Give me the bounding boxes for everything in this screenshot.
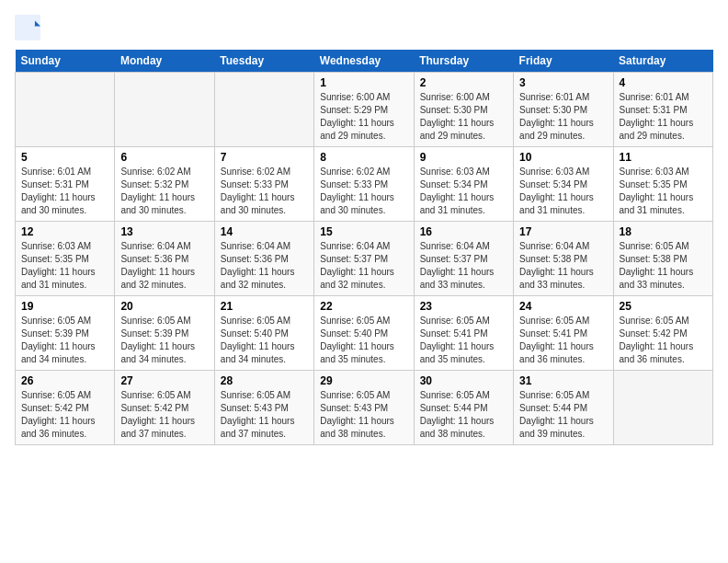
day-info: Sunrise: 6:03 AM Sunset: 5:34 PM Dayligh… xyxy=(420,166,507,217)
day-info: Sunrise: 6:05 AM Sunset: 5:38 PM Dayligh… xyxy=(620,240,707,292)
calendar-week-row: 26Sunrise: 6:05 AM Sunset: 5:42 PM Dayli… xyxy=(16,371,713,445)
day-of-week-header: Friday xyxy=(514,50,613,73)
day-number: 23 xyxy=(420,300,507,313)
day-number: 7 xyxy=(221,151,308,164)
day-number: 29 xyxy=(320,374,407,387)
day-number: 31 xyxy=(519,374,607,387)
day-info: Sunrise: 6:05 AM Sunset: 5:40 PM Dayligh… xyxy=(320,315,407,366)
day-info: Sunrise: 6:05 AM Sunset: 5:43 PM Dayligh… xyxy=(221,389,308,441)
day-info: Sunrise: 6:04 AM Sunset: 5:36 PM Dayligh… xyxy=(120,240,208,292)
day-info: Sunrise: 6:05 AM Sunset: 5:42 PM Dayligh… xyxy=(120,389,208,441)
day-number: 20 xyxy=(120,300,208,313)
day-number: 12 xyxy=(21,225,108,238)
day-info: Sunrise: 6:01 AM Sunset: 5:30 PM Dayligh… xyxy=(519,91,607,143)
day-info: Sunrise: 6:04 AM Sunset: 5:36 PM Dayligh… xyxy=(221,240,308,292)
day-number: 17 xyxy=(519,225,607,238)
day-number: 22 xyxy=(320,300,407,313)
calendar-day-cell: 24Sunrise: 6:05 AM Sunset: 5:41 PM Dayli… xyxy=(514,296,613,371)
calendar-day-cell: 18Sunrise: 6:05 AM Sunset: 5:38 PM Dayli… xyxy=(613,222,712,296)
day-info: Sunrise: 6:00 AM Sunset: 5:30 PM Dayligh… xyxy=(420,91,507,143)
day-number: 6 xyxy=(120,151,208,164)
calendar-day-cell xyxy=(613,371,712,445)
day-number: 14 xyxy=(221,225,308,238)
day-info: Sunrise: 6:05 AM Sunset: 5:41 PM Dayligh… xyxy=(420,315,507,366)
day-number: 28 xyxy=(221,374,308,387)
day-info: Sunrise: 6:05 AM Sunset: 5:43 PM Dayligh… xyxy=(320,389,407,441)
calendar-day-cell: 29Sunrise: 6:05 AM Sunset: 5:43 PM Dayli… xyxy=(314,371,414,445)
calendar-day-cell: 14Sunrise: 6:04 AM Sunset: 5:36 PM Dayli… xyxy=(214,222,313,296)
day-of-week-header: Sunday xyxy=(16,50,115,73)
day-number: 25 xyxy=(620,300,707,313)
day-of-week-header: Monday xyxy=(115,50,214,73)
calendar-week-row: 1Sunrise: 6:00 AM Sunset: 5:29 PM Daylig… xyxy=(16,73,713,147)
calendar-day-cell: 31Sunrise: 6:05 AM Sunset: 5:44 PM Dayli… xyxy=(514,371,613,445)
calendar-day-cell: 15Sunrise: 6:04 AM Sunset: 5:37 PM Dayli… xyxy=(314,222,414,296)
day-info: Sunrise: 6:05 AM Sunset: 5:40 PM Dayligh… xyxy=(221,315,308,366)
calendar-day-cell: 3Sunrise: 6:01 AM Sunset: 5:30 PM Daylig… xyxy=(514,73,613,147)
calendar-day-cell: 2Sunrise: 6:00 AM Sunset: 5:30 PM Daylig… xyxy=(414,73,513,147)
day-number: 4 xyxy=(620,76,707,89)
day-number: 21 xyxy=(221,300,308,313)
calendar-day-cell: 11Sunrise: 6:03 AM Sunset: 5:35 PM Dayli… xyxy=(613,147,712,222)
day-number: 18 xyxy=(620,225,707,238)
day-number: 9 xyxy=(420,151,507,164)
day-number: 19 xyxy=(21,300,108,313)
day-info: Sunrise: 6:02 AM Sunset: 5:33 PM Dayligh… xyxy=(320,166,407,217)
calendar-day-cell: 28Sunrise: 6:05 AM Sunset: 5:43 PM Dayli… xyxy=(214,371,313,445)
day-info: Sunrise: 6:05 AM Sunset: 5:44 PM Dayligh… xyxy=(519,389,607,441)
calendar-day-cell: 1Sunrise: 6:00 AM Sunset: 5:29 PM Daylig… xyxy=(314,73,414,147)
day-info: Sunrise: 6:01 AM Sunset: 5:31 PM Dayligh… xyxy=(21,166,108,217)
calendar-day-cell xyxy=(16,73,115,147)
day-number: 8 xyxy=(320,151,407,164)
day-info: Sunrise: 6:05 AM Sunset: 5:39 PM Dayligh… xyxy=(21,315,108,366)
day-info: Sunrise: 6:05 AM Sunset: 5:44 PM Dayligh… xyxy=(420,389,507,441)
day-number: 11 xyxy=(620,151,707,164)
calendar-header: SundayMondayTuesdayWednesdayThursdayFrid… xyxy=(16,50,713,73)
calendar-day-cell xyxy=(214,73,313,147)
calendar-day-cell: 22Sunrise: 6:05 AM Sunset: 5:40 PM Dayli… xyxy=(314,296,414,371)
day-info: Sunrise: 6:01 AM Sunset: 5:31 PM Dayligh… xyxy=(620,91,707,143)
day-number: 13 xyxy=(120,225,208,238)
day-info: Sunrise: 6:04 AM Sunset: 5:37 PM Dayligh… xyxy=(420,240,507,292)
calendar-day-cell: 4Sunrise: 6:01 AM Sunset: 5:31 PM Daylig… xyxy=(613,73,712,147)
calendar-table: SundayMondayTuesdayWednesdayThursdayFrid… xyxy=(15,50,713,445)
day-info: Sunrise: 6:02 AM Sunset: 5:33 PM Dayligh… xyxy=(221,166,308,217)
day-number: 24 xyxy=(519,300,607,313)
logo-icon xyxy=(15,15,40,40)
day-number: 16 xyxy=(420,225,507,238)
calendar-day-cell: 9Sunrise: 6:03 AM Sunset: 5:34 PM Daylig… xyxy=(414,147,513,222)
day-info: Sunrise: 6:05 AM Sunset: 5:42 PM Dayligh… xyxy=(21,389,108,441)
day-number: 27 xyxy=(120,374,208,387)
calendar-day-cell xyxy=(115,73,214,147)
calendar-day-cell: 27Sunrise: 6:05 AM Sunset: 5:42 PM Dayli… xyxy=(115,371,214,445)
day-number: 30 xyxy=(420,374,507,387)
day-info: Sunrise: 6:03 AM Sunset: 5:35 PM Dayligh… xyxy=(620,166,707,217)
logo xyxy=(15,15,44,40)
day-info: Sunrise: 6:02 AM Sunset: 5:32 PM Dayligh… xyxy=(120,166,208,217)
calendar-day-cell: 6Sunrise: 6:02 AM Sunset: 5:32 PM Daylig… xyxy=(115,147,214,222)
day-number: 2 xyxy=(420,76,507,89)
day-number: 26 xyxy=(21,374,108,387)
day-info: Sunrise: 6:03 AM Sunset: 5:34 PM Dayligh… xyxy=(519,166,607,217)
calendar-day-cell: 30Sunrise: 6:05 AM Sunset: 5:44 PM Dayli… xyxy=(414,371,513,445)
day-number: 15 xyxy=(320,225,407,238)
day-number: 1 xyxy=(320,76,407,89)
days-of-week-row: SundayMondayTuesdayWednesdayThursdayFrid… xyxy=(16,50,713,73)
calendar-day-cell: 12Sunrise: 6:03 AM Sunset: 5:35 PM Dayli… xyxy=(16,222,115,296)
day-info: Sunrise: 6:05 AM Sunset: 5:41 PM Dayligh… xyxy=(519,315,607,366)
day-info: Sunrise: 6:03 AM Sunset: 5:35 PM Dayligh… xyxy=(21,240,108,292)
calendar-day-cell: 13Sunrise: 6:04 AM Sunset: 5:36 PM Dayli… xyxy=(115,222,214,296)
svg-rect-2 xyxy=(15,15,35,26)
calendar-day-cell: 20Sunrise: 6:05 AM Sunset: 5:39 PM Dayli… xyxy=(115,296,214,371)
calendar-day-cell: 10Sunrise: 6:03 AM Sunset: 5:34 PM Dayli… xyxy=(514,147,613,222)
calendar-body: 1Sunrise: 6:00 AM Sunset: 5:29 PM Daylig… xyxy=(16,73,713,445)
day-of-week-header: Tuesday xyxy=(214,50,313,73)
day-of-week-header: Thursday xyxy=(414,50,513,73)
day-of-week-header: Wednesday xyxy=(314,50,414,73)
calendar-day-cell: 25Sunrise: 6:05 AM Sunset: 5:42 PM Dayli… xyxy=(613,296,712,371)
calendar-day-cell: 5Sunrise: 6:01 AM Sunset: 5:31 PM Daylig… xyxy=(16,147,115,222)
calendar-day-cell: 23Sunrise: 6:05 AM Sunset: 5:41 PM Dayli… xyxy=(414,296,513,371)
day-number: 5 xyxy=(21,151,108,164)
calendar-day-cell: 16Sunrise: 6:04 AM Sunset: 5:37 PM Dayli… xyxy=(414,222,513,296)
day-info: Sunrise: 6:05 AM Sunset: 5:39 PM Dayligh… xyxy=(120,315,208,366)
